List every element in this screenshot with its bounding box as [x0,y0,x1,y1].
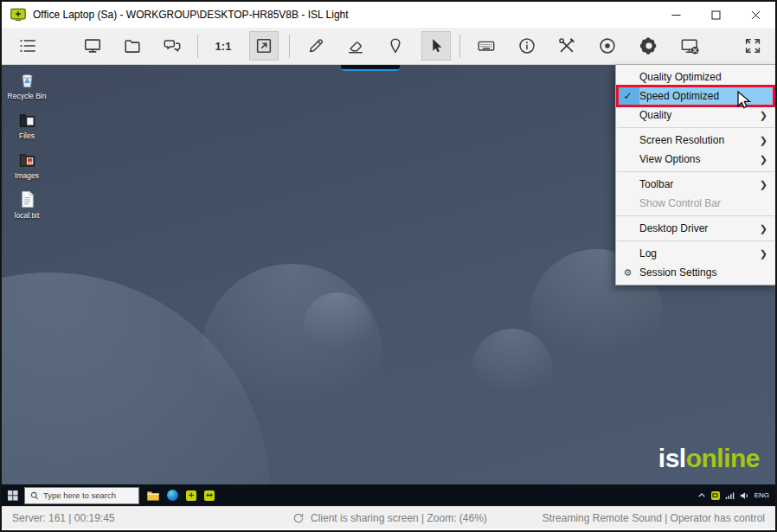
laser-pointer-button[interactable] [381,31,410,61]
desktop-icon-label: Images [15,171,39,180]
taskbar-file-explorer-button[interactable] [147,490,159,501]
maximize-button[interactable] [696,2,735,28]
menu-item-label: Log [639,247,657,260]
images-folder-icon [17,150,37,170]
info-button[interactable] [512,31,542,61]
tools-icon [557,36,576,55]
isl-app-icon [10,8,26,22]
menu-item-spacer [616,219,639,238]
fit-to-screen-icon [254,36,273,55]
taskbar-isl-session-button[interactable]: ↔ [204,490,215,501]
toolbar-divider [289,35,290,58]
menu-item-spacer [616,150,639,169]
menu-item-session-settings[interactable]: ⚙Session Settings [616,263,775,282]
minimize-button[interactable] [656,2,696,28]
menu-item-label: View Options [639,153,700,165]
desktop-view-button[interactable] [78,31,107,61]
draw-pen-button[interactable] [301,31,331,61]
toolbar-divider [459,35,460,58]
menu-item-screen-resolution[interactable]: Screen Resolution❯ [616,131,775,150]
select-cursor-button[interactable] [421,31,451,61]
mouse-cursor [735,90,753,111]
taskbar-isl-light-button[interactable]: + [186,490,196,501]
gear-icon: ⚙ [616,263,639,282]
desktop-icon-images[interactable]: Images [6,150,48,180]
monitor-icon [83,36,102,55]
menu-item-desktop-driver[interactable]: Desktop Driver❯ [616,219,775,238]
fit-to-screen-button[interactable] [249,31,279,61]
menu-item-toolbar[interactable]: Toolbar❯ [616,175,775,194]
chat-button[interactable] [157,31,187,61]
menu-separator [617,215,774,216]
eraser-button[interactable] [341,31,370,61]
menu-item-view-options[interactable]: View Options❯ [616,150,775,169]
menu-item-spacer [616,194,639,213]
fullscreen-button[interactable] [738,31,767,61]
submenu-arrow-icon: ❯ [760,154,775,165]
tools-button[interactable] [552,31,581,61]
taskbar-edge-button[interactable] [167,490,178,501]
language-indicator[interactable]: ENG [755,491,769,499]
status-bar: Server: 161 | 00:19:45 Client is sharing… [2,506,775,529]
eraser-icon [346,36,365,55]
keyboard-button[interactable] [472,31,501,61]
actual-size-label: 1:1 [215,40,232,53]
desktop-icon-local-txt[interactable]: local.txt [6,189,48,220]
menu-item-label: Desktop Driver [639,222,708,234]
submenu-arrow-icon: ❯ [760,179,775,190]
menu-separator [617,127,774,128]
submenu-arrow-icon: ❯ [760,223,775,234]
close-button[interactable] [735,2,775,28]
pencil-icon [306,36,325,55]
submenu-arrow-icon: ❯ [760,135,775,146]
taskbar-search-input[interactable]: Type here to search [24,487,139,504]
toolbar: 1:1 [2,28,775,65]
sharing-status-text: Client is sharing screen | Zoom: (46%) [311,512,487,524]
actual-size-button[interactable]: 1:1 [209,31,238,61]
session-status-text: Streaming Remote Sound | Operator has co… [543,512,765,524]
network-icon[interactable] [725,491,735,500]
desktop-icon-label: Files [19,131,35,140]
desktop-icon-files[interactable]: Files [6,110,48,140]
minimize-icon [671,10,681,20]
remote-taskbar[interactable]: Type here to search + ↔ [2,484,775,506]
menu-item-label: Quality Optimized [639,71,722,83]
toolbar-divider [197,35,198,58]
recycle-bin-icon [17,70,37,90]
isl-plus-icon: + [186,490,196,501]
file-explorer-icon [147,490,159,501]
folder-icon [123,36,142,55]
tray-isl-icon[interactable] [711,491,720,500]
desktop-icon-recycle-bin[interactable]: Recycle Bin [6,70,48,100]
title-bar[interactable]: Office Laptop (Sa) - WORKGROUP\DESKTOP-H… [2,2,775,28]
disconnect-desktop-icon [680,36,700,56]
menu-item-label: Show Control Bar [639,197,721,209]
cursor-arrow-icon [427,36,446,55]
menu-item-quality-optimized[interactable]: Quality Optimized [616,67,775,87]
end-session-button[interactable] [675,31,704,61]
search-icon [30,491,39,500]
menu-item-label: Toolbar [639,178,673,190]
server-status-text: Server: 161 | 00:19:45 [12,512,115,524]
tray-chevron-up-icon[interactable] [697,491,706,499]
search-placeholder: Type here to search [43,490,116,500]
settings-button[interactable] [634,31,664,61]
isl-light-window: Office Laptop (Sa) - WORKGROUP\DESKTOP-H… [0,0,777,532]
menu-item-spacer [616,106,639,125]
menu-item-label: Screen Resolution [639,134,724,146]
start-button[interactable] [2,484,24,506]
menu-separator [617,171,774,172]
menu-item-log[interactable]: Log❯ [616,244,775,263]
menu-item-label: Session Settings [639,266,716,279]
logo-isl-text: isl [658,444,686,472]
windows-logo-icon [8,490,18,501]
close-icon [751,10,761,20]
keyboard-icon [477,36,496,55]
edge-icon [167,490,178,501]
session-list-button[interactable] [13,31,42,61]
collapsed-control-bar-tab[interactable] [341,65,400,71]
speaker-icon[interactable] [740,491,749,500]
file-transfer-button[interactable] [118,31,147,61]
record-button[interactable] [593,31,622,61]
menu-item-label: Quality [639,109,671,121]
